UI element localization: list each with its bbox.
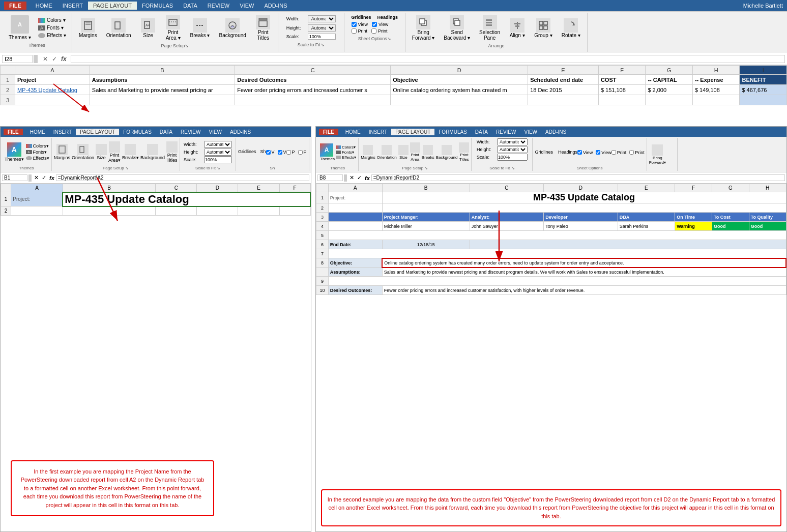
left-scale-inp[interactable] [204,156,232,163]
rg-bringfwd-btn[interactable]: BringForward▾ [649,144,666,165]
rg-col-b-hdr[interactable]: B [382,184,470,192]
left-col-d-hdr[interactable]: D [197,184,238,192]
rg-a4[interactable] [328,222,382,231]
cell-f1[interactable]: COST [598,75,646,85]
rg-e4[interactable]: Sarah Perkins [618,222,675,231]
right-fonts-btn[interactable]: Fonts▾ [336,150,356,155]
left-printtitles-btn[interactable]: PrintTitles [166,141,178,163]
right-file-btn[interactable]: FILE [319,129,338,135]
rg-gl-p[interactable] [611,150,616,155]
size-button[interactable]: A4 Size [137,17,160,40]
cell-c3[interactable] [235,95,391,105]
col-header-e[interactable]: E [528,66,599,75]
left-tab-data[interactable]: DATA [156,129,177,135]
left-bg-btn[interactable]: Background [140,144,165,160]
cell-g1[interactable]: -- CAPITAL [646,75,693,85]
right-tab-view[interactable]: VIEW [520,129,541,135]
right-cancel-icon[interactable]: ✕ [348,174,356,181]
left-printarea-btn[interactable]: PrintArea▾ [108,141,121,163]
bring-forward-button[interactable]: BringForward ▾ [409,14,438,42]
left-cell-b2[interactable] [63,206,156,216]
tab-review[interactable]: REVIEW [202,2,235,10]
right-formula-input[interactable]: =DynamicReport!D2 [371,174,785,181]
cell-b1[interactable]: Assumptions [90,75,235,85]
right-pt-btn[interactable]: PrintTitles [459,142,469,162]
rg-width-sel[interactable]: Automatic [497,138,528,145]
cancel-icon[interactable]: ✕ [41,55,50,63]
left-file-btn[interactable]: FILE [4,129,23,135]
col-header-c[interactable]: C [235,66,391,75]
left-cell-a1[interactable]: Project: [11,192,63,206]
left-formula-input[interactable]: =DynamicReport!A2 [56,174,309,181]
rg-b1[interactable]: MP-435 Update Catalog [382,192,786,203]
rg-b3[interactable]: Project Manger: [382,213,470,222]
left-cell-d2[interactable] [197,206,238,216]
tab-formulas[interactable]: FORMULAS [137,2,178,10]
cell-h3[interactable] [692,95,740,105]
fonts-button[interactable]: A Fonts ▾ [36,24,69,32]
rg-col-e-hdr[interactable]: E [618,184,675,192]
left-cell-ref[interactable]: B1 [2,174,27,181]
left-hd-view[interactable] [278,150,282,155]
left-confirm-icon[interactable]: ✓ [40,174,48,181]
left-cell-c2[interactable] [156,206,197,216]
height-select[interactable]: Automatic [308,24,336,32]
left-tab-insert[interactable]: INSERT [49,129,76,135]
rg-b10[interactable]: Fewer order pricing errors and increased… [382,286,786,295]
rg-a8[interactable]: Objective: [328,258,382,268]
left-size-btn[interactable]: Size [96,144,107,160]
rg-r7[interactable] [328,249,786,258]
rg-b6[interactable]: 12/18/15 [382,240,470,249]
colors-button[interactable]: Colors ▾ [36,16,69,24]
print-titles-button[interactable]: PrintTitles [252,14,275,42]
cell-ref-input[interactable] [2,55,33,63]
left-cancel-icon[interactable]: ✕ [33,174,40,181]
orientation-button[interactable]: Orientation [103,17,135,40]
left-breaks-btn[interactable]: Breaks▾ [122,144,139,160]
rg-a1[interactable]: Project: [328,192,382,203]
right-tab-formulas[interactable]: FORMULAS [434,129,471,135]
background-button[interactable]: Background [215,17,249,40]
right-margins-btn[interactable]: Margins [361,145,375,160]
right-themes-btn[interactable]: A Themes [319,142,336,162]
rg-col-c-hdr[interactable]: C [470,184,544,192]
send-backward-button[interactable]: SendBackward ▾ [440,14,474,42]
right-tab-home[interactable]: HOME [341,129,365,135]
right-bg-btn[interactable]: Background [436,145,458,160]
rg-c6[interactable] [470,240,786,249]
tab-home[interactable]: HOME [31,2,57,10]
print-area-button[interactable]: PrintArea ▾ [162,14,185,42]
left-col-e-hdr[interactable]: E [238,184,279,192]
rg-h4[interactable]: Good [749,222,786,231]
rg-scale-inp[interactable] [497,154,528,161]
cell-e1[interactable]: Scheduled end date [528,75,599,85]
right-tab-review[interactable]: REVIEW [492,129,520,135]
right-effects-btn[interactable]: Effects▾ [336,155,356,160]
rg-c3[interactable]: Analyst: [470,213,544,222]
left-col-b-hdr[interactable]: B [63,184,156,192]
rg-b8b[interactable]: Sales and Marketing to provide newest pr… [382,268,786,277]
headings-view-check[interactable] [372,22,377,27]
rg-col-f-hdr[interactable]: F [675,184,712,192]
left-tab-home[interactable]: HOME [26,129,49,135]
right-orient-btn[interactable]: Orientation [377,145,397,160]
left-tab-pagelayout[interactable]: PAGE LAYOUT [76,129,119,135]
rg-b2[interactable] [382,203,786,213]
left-cell-e2[interactable] [238,206,279,216]
group-button[interactable]: Group ▾ [531,17,556,40]
rg-a10[interactable]: Desired Outcomes: [328,286,382,295]
rg-gl-v[interactable] [577,150,582,155]
cell-f2[interactable]: $ 151,108 [598,85,646,95]
headings-print-check[interactable] [371,28,376,34]
left-tab-formulas[interactable]: FORMULAS [119,129,156,135]
themes-button[interactable]: A Themes ▾ [5,14,35,42]
left-cell-a2[interactable] [11,206,63,216]
cell-a2[interactable]: MP-435 Update Catalog [15,85,90,95]
left-gl-print[interactable] [286,150,291,155]
right-tab-addins[interactable]: ADD-INS [541,129,570,135]
right-size-btn[interactable]: Size [398,145,409,160]
confirm-icon[interactable]: ✓ [50,55,59,63]
cell-h2[interactable]: $ 149,108 [692,85,740,95]
left-orient-btn[interactable]: Orientation [72,144,94,160]
right-tab-pagelayout[interactable]: PAGE LAYOUT [391,129,434,135]
